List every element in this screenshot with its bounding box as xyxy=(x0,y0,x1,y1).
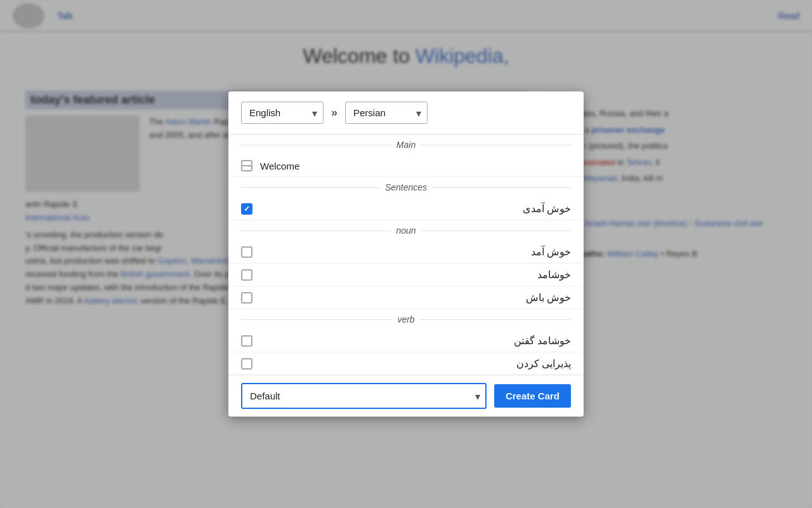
khoosh-bash-row[interactable]: خوش باش xyxy=(228,286,584,309)
target-lang-select[interactable]: Persian Arabic French Spanish Urdu xyxy=(345,102,428,124)
language-selector-row: English Spanish French German Arabic » P… xyxy=(228,91,584,135)
welcome-row[interactable]: Welcome xyxy=(228,155,584,177)
khoosh-amadi-checkbox[interactable] xyxy=(241,203,252,215)
create-card-button[interactable]: Create Card xyxy=(494,384,571,408)
noun-line-right xyxy=(421,231,571,231)
verb-line-right xyxy=(420,319,571,320)
sentences-line-left xyxy=(241,187,380,188)
khoosh-bash-checkbox[interactable] xyxy=(241,292,252,304)
dialog-content: Main Welcome Sentences خوش آمدی xyxy=(228,135,584,375)
deck-select[interactable]: Default Deck 1 Deck 2 Deck 3 xyxy=(241,383,487,409)
source-lang-wrapper[interactable]: English Spanish French German Arabic xyxy=(241,102,324,124)
noun-line-left xyxy=(241,231,391,231)
khoosh-bash-label: خوش باش xyxy=(260,291,571,304)
main-section-line-right xyxy=(421,145,571,145)
pazirayi-kardan-checkbox[interactable] xyxy=(241,358,252,370)
welcome-checkbox[interactable] xyxy=(241,160,252,171)
sentences-section-divider: Sentences xyxy=(228,177,584,197)
welcome-label: Welcome xyxy=(260,161,299,171)
pazirayi-kardan-label: پذیرایی کردن xyxy=(260,358,571,370)
verb-line-left xyxy=(241,319,392,320)
main-section-line-left xyxy=(241,145,391,145)
khoshamad-row[interactable]: خوشامد xyxy=(228,264,584,286)
sentences-section-label: Sentences xyxy=(385,182,427,192)
khoshamad-goftan-checkbox[interactable] xyxy=(241,335,252,347)
source-lang-select[interactable]: English Spanish French German Arabic xyxy=(241,102,324,124)
direction-arrow-icon: » xyxy=(331,106,337,119)
pazirayi-kardan-row[interactable]: پذیرایی کردن xyxy=(228,352,584,375)
sentences-line-right xyxy=(432,187,571,188)
main-section-label: Main xyxy=(396,140,416,150)
verb-section-divider: verb xyxy=(228,309,584,330)
verb-section-label: verb xyxy=(397,314,414,324)
khoshamad-goftan-label: خوشامد گفتن xyxy=(260,335,571,347)
khoosh-amad-row[interactable]: خوش آمد xyxy=(228,241,584,264)
khoshamad-goftan-row[interactable]: خوشامد گفتن xyxy=(228,330,584,352)
translation-dialog: English Spanish French German Arabic » P… xyxy=(228,91,584,417)
khoosh-amad-label: خوش آمد xyxy=(260,246,571,258)
deck-select-wrapper[interactable]: Default Deck 1 Deck 2 Deck 3 xyxy=(241,383,487,409)
noun-section-divider: noun xyxy=(228,220,584,241)
khoshamad-label: خوشامد xyxy=(260,269,571,281)
target-lang-wrapper[interactable]: Persian Arabic French Spanish Urdu xyxy=(345,102,428,124)
khoosh-amad-checkbox[interactable] xyxy=(241,246,252,258)
modal-overlay: English Spanish French German Arabic » P… xyxy=(0,0,812,508)
khoshamad-checkbox[interactable] xyxy=(241,269,252,281)
main-section-divider: Main xyxy=(228,135,584,155)
khoosh-amadi-row[interactable]: خوش آمدی xyxy=(228,197,584,220)
dialog-footer: Default Deck 1 Deck 2 Deck 3 Create Card xyxy=(228,375,584,417)
khoosh-amadi-label: خوش آمدی xyxy=(260,203,571,215)
noun-section-label: noun xyxy=(396,225,416,236)
